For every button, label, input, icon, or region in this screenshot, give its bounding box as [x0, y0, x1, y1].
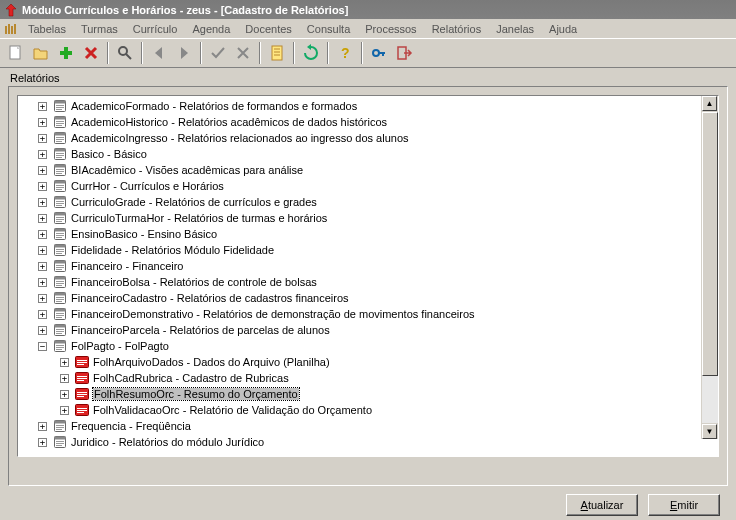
expand-icon[interactable]: +	[60, 406, 69, 415]
scroll-thumb[interactable]	[702, 112, 718, 376]
tree-folder[interactable]: +FinanceiroParcela - Relatórios de parce…	[38, 322, 718, 338]
expand-icon[interactable]: +	[38, 214, 47, 223]
tree-item-label: AcademicoHistorico - Relatórios acadêmic…	[71, 116, 387, 128]
expand-icon[interactable]: +	[38, 134, 47, 143]
tree-report[interactable]: +FolhResumoOrc - Resumo do Orçamento	[60, 386, 718, 402]
toolbar-cancel-icon[interactable]	[231, 41, 255, 65]
expand-icon[interactable]: +	[38, 438, 47, 447]
expand-icon[interactable]: +	[38, 166, 47, 175]
toolbar-next-icon[interactable]	[172, 41, 196, 65]
toolbar-prev-icon[interactable]	[147, 41, 171, 65]
svg-rect-99	[77, 360, 87, 361]
expand-icon[interactable]: +	[38, 262, 47, 271]
tree-folder[interactable]: +FinanceiroDemonstrativo - Relatórios de…	[38, 306, 718, 322]
svg-rect-55	[56, 217, 64, 218]
expand-icon[interactable]: +	[38, 102, 47, 111]
menu-tabelas[interactable]: Tabelas	[21, 21, 73, 37]
svg-rect-115	[55, 421, 66, 424]
toolbar-help-icon[interactable]: ?	[333, 41, 357, 65]
toolbar-exit-icon[interactable]	[392, 41, 416, 65]
scroll-down-icon[interactable]: ▼	[702, 424, 717, 439]
toolbar-add-icon[interactable]	[54, 41, 78, 65]
report-tree[interactable]: +AcademicoFormado - Relatórios de forman…	[18, 96, 718, 452]
expand-icon[interactable]: +	[38, 422, 47, 431]
tree-item-label: AcademicoIngresso - Relatórios relaciona…	[71, 132, 409, 144]
app-menu-icon[interactable]	[2, 21, 20, 37]
tree-folder[interactable]: +AcademicoHistorico - Relatórios acadêmi…	[38, 114, 718, 130]
collapse-icon[interactable]: −	[38, 342, 47, 351]
tree-folder[interactable]: +Fidelidade - Relatórios Módulo Fidelida…	[38, 242, 718, 258]
menu-agenda[interactable]: Agenda	[185, 21, 237, 37]
toolbar-refresh-icon[interactable]	[299, 41, 323, 65]
menu-consulta[interactable]: Consulta	[300, 21, 357, 37]
tree-folder[interactable]: +CurriculoTurmaHor - Relatórios de turma…	[38, 210, 718, 226]
toolbar-search-icon[interactable]	[113, 41, 137, 65]
tree-folder[interactable]: +CurrHor - Currículos e Horários	[38, 178, 718, 194]
expand-icon[interactable]: +	[60, 374, 69, 383]
expand-icon[interactable]: +	[38, 294, 47, 303]
expand-icon[interactable]: +	[38, 326, 47, 335]
tree-folder[interactable]: +FinanceiroCadastro - Relatórios de cada…	[38, 290, 718, 306]
expand-icon[interactable]: +	[60, 358, 69, 367]
update-button[interactable]: Atualizar	[566, 494, 638, 516]
tree-folder[interactable]: +EnsinoBasico - Ensino Básico	[38, 226, 718, 242]
menu-turmas[interactable]: Turmas	[74, 21, 125, 37]
tree-folder[interactable]: +Juridico - Relatórios do módulo Jurídic…	[38, 434, 718, 450]
toolbar-key-icon[interactable]	[367, 41, 391, 65]
menu-processos[interactable]: Processos	[358, 21, 423, 37]
menu-ajuda[interactable]: Ajuda	[542, 21, 584, 37]
toolbar-open-icon[interactable]	[29, 41, 53, 65]
toolbar-confirm-icon[interactable]	[206, 41, 230, 65]
expand-icon[interactable]: +	[38, 198, 47, 207]
scroll-track[interactable]	[702, 112, 718, 423]
tree-folder[interactable]: +Financeiro - Financeiro	[38, 258, 718, 274]
menu-relatorios[interactable]: Relatórios	[425, 21, 489, 37]
vertical-scrollbar[interactable]: ▲ ▼	[701, 96, 718, 439]
svg-rect-19	[55, 101, 66, 104]
svg-rect-50	[56, 201, 64, 202]
folder-icon	[53, 292, 67, 304]
svg-rect-96	[56, 347, 64, 348]
svg-rect-24	[55, 117, 66, 120]
tree-folder[interactable]: +FinanceiroBolsa - Relatórios de control…	[38, 274, 718, 290]
toolbar-delete-icon[interactable]	[79, 41, 103, 65]
menu-curriculo[interactable]: Currículo	[126, 21, 185, 37]
tree-folder[interactable]: +Basico - Básico	[38, 146, 718, 162]
expand-icon[interactable]: +	[38, 310, 47, 319]
toolbar-notes-icon[interactable]	[265, 41, 289, 65]
tree-item-label: Financeiro - Financeiro	[71, 260, 184, 272]
report-icon	[75, 404, 89, 416]
tree-folder[interactable]: +Frequencia - Freqüência	[38, 418, 718, 434]
toolbar-new-icon[interactable]	[4, 41, 28, 65]
menu-janelas[interactable]: Janelas	[489, 21, 541, 37]
tree-report[interactable]: +FolhArquivoDados - Dados do Arquivo (Pl…	[60, 354, 718, 370]
expand-icon[interactable]: +	[38, 118, 47, 127]
svg-point-14	[373, 50, 379, 56]
expand-icon[interactable]: +	[38, 182, 47, 191]
svg-rect-35	[56, 153, 64, 154]
svg-rect-46	[56, 187, 64, 188]
toolbar-separator	[293, 42, 295, 64]
expand-icon[interactable]: +	[38, 246, 47, 255]
expand-icon[interactable]: +	[38, 278, 47, 287]
svg-rect-77	[56, 285, 62, 286]
svg-rect-20	[56, 105, 64, 106]
tree-folder[interactable]: +AcademicoIngresso - Relatórios relacion…	[38, 130, 718, 146]
svg-rect-95	[56, 345, 64, 346]
menu-docentes[interactable]: Docentes	[238, 21, 298, 37]
expand-icon[interactable]: +	[38, 230, 47, 239]
emit-button-label: mitir	[677, 499, 698, 511]
emit-button[interactable]: Emitir	[648, 494, 720, 516]
tree-folder[interactable]: −FolPagto - FolPagto	[38, 338, 718, 354]
tree-folder[interactable]: +AcademicoFormado - Relatórios de forman…	[38, 98, 718, 114]
expand-icon[interactable]: +	[60, 390, 69, 399]
tree-item-label: Fidelidade - Relatórios Módulo Fidelidad…	[71, 244, 274, 256]
svg-rect-41	[56, 171, 64, 172]
expand-icon[interactable]: +	[38, 150, 47, 159]
tree-report[interactable]: +FolhValidacaoOrc - Relatório de Validaç…	[60, 402, 718, 418]
tree-folder[interactable]: +BIAcadêmico - Visões acadêmicas para an…	[38, 162, 718, 178]
tree-report[interactable]: +FolhCadRubrica - Cadastro de Rubricas	[60, 370, 718, 386]
tree-folder[interactable]: +CurriculoGrade - Relatórios de currícul…	[38, 194, 718, 210]
svg-rect-101	[77, 364, 84, 365]
scroll-up-icon[interactable]: ▲	[702, 96, 717, 111]
